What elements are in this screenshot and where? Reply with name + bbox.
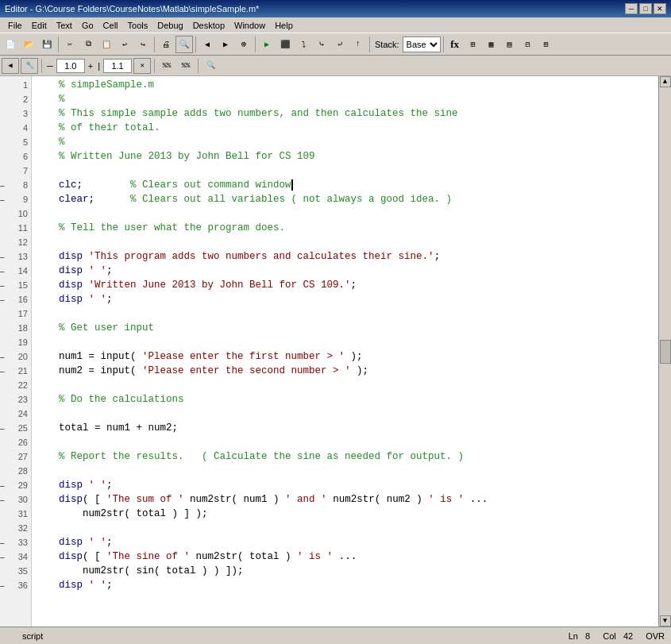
line-number-22: 22 [0,378,31,392]
stop-button[interactable]: ⬛ [276,36,294,53]
toolbar2: ◀ 🔧 ─ 1.0 + | 1.1 ✕ %% %% 🔍 [0,56,671,76]
new-button[interactable]: 📄 [2,36,19,53]
code-area[interactable]: % simpleSample.m % % This simple sample … [32,76,658,627]
col-button[interactable]: ▦ [483,36,500,53]
line-number-18: 18 [0,321,31,335]
paste-button[interactable]: 📋 [98,36,115,53]
undo-button[interactable]: ↩ [116,36,133,53]
breakpoint-dash[interactable]: – [0,353,5,361]
step2-button[interactable]: ⤷ [313,36,330,53]
stack-label: Stack: [372,40,402,49]
open-button[interactable]: 📂 [20,36,37,53]
breakpoint-dash[interactable]: – [0,481,5,490]
stack-select[interactable]: Base [403,37,441,52]
menu-item-edit[interactable]: Edit [27,20,52,31]
code-line-11: % Tell the user what the program does. [35,221,658,235]
run-button[interactable]: ▶ [258,36,276,53]
line-number-29: –29 [0,478,31,492]
cell-prev-button[interactable]: ◀ [2,58,19,74]
cell-next-button[interactable]: 🔧 [21,58,38,74]
line-number-26: 26 [0,435,31,449]
menu-item-desktop[interactable]: Desktop [188,20,229,31]
step3-button[interactable]: ⤶ [331,36,349,53]
maximize2-button[interactable]: ⊞ [538,36,555,53]
code-line-31: num2str( total ) ] ); [35,507,658,521]
copy-button[interactable]: ⧉ [79,36,97,53]
breakpoint-dash[interactable]: – [0,424,5,433]
minimize2-button[interactable]: ⊟ [519,36,537,53]
code-line-24 [35,407,658,421]
zoom-plus: + [87,61,94,71]
grid-button[interactable]: ⊞ [465,36,482,53]
breakpoint-dash[interactable]: – [0,367,5,376]
line-number-24: 24 [0,407,31,421]
format-btn1[interactable]: %% [158,58,175,74]
line-number-36: –36 [0,578,31,592]
code-line-30: disp( [ 'The sum of ' num2str( num1 ) ' … [35,492,658,507]
menu-item-text[interactable]: Text [52,20,77,31]
menu-bar: FileEditTextGoCellToolsDebugDesktopWindo… [0,17,671,33]
code-line-21: num2 = input( 'Please enter the second n… [35,364,658,378]
line-number-4: 4 [0,121,31,135]
zoom-input2[interactable]: 1.1 [103,59,132,73]
run-back-button[interactable]: ◀ [199,36,216,53]
redo-button[interactable]: ↪ [134,36,152,53]
menu-item-go[interactable]: Go [77,20,98,31]
ovr-display: OVR [646,631,665,641]
step4-button[interactable]: ↑ [349,36,367,53]
breakpoint-dash[interactable]: – [0,496,5,504]
zoom-close[interactable]: ✕ [133,58,151,74]
status-bar: script Ln 8 Col 42 OVR [0,627,671,644]
zoom-input1[interactable]: 1.0 [56,59,85,73]
maximize-button[interactable]: □ [639,3,652,14]
code-line-18: % Get user input [35,321,658,335]
line-number-13: –13 [0,249,31,264]
breakpoint-dash[interactable]: – [0,267,5,276]
save-button[interactable]: 💾 [38,36,56,53]
code-line-3: % This simple sample adds two numbers, a… [35,106,658,121]
menu-item-tools[interactable]: Tools [123,20,153,31]
title-text: Editor - G:\Course Folders\CourseNotes\M… [5,4,259,13]
print-button[interactable]: 🖨 [157,36,175,53]
menu-item-cell[interactable]: Cell [98,20,123,31]
help-search-btn[interactable]: 🔍 [202,58,219,74]
breakpoint-dash[interactable]: – [0,581,5,590]
row-button[interactable]: ▤ [501,36,519,53]
line-number-28: 28 [0,464,31,478]
sep9 [198,59,199,73]
run-fwd-button[interactable]: ▶ [217,36,234,53]
cursor-info: Ln 8 Col 42 OVR [569,631,665,641]
menu-item-window[interactable]: Window [229,20,270,31]
scrollbar-vertical[interactable]: ▲ ▼ [658,76,671,627]
breakpoint-dash[interactable]: – [0,553,5,561]
breakpoint-dash[interactable]: – [0,195,5,204]
menu-item-help[interactable]: Help [270,20,298,31]
breakpoint-dash[interactable]: – [0,295,5,304]
editor-container: 1234567–8–9101112–13–14–15–16171819–20–2… [0,76,671,627]
line-number-32: 32 [0,521,31,535]
line-number-19: 19 [0,335,31,349]
code-line-25: total = num1 + num2; [35,421,658,435]
line-number-3: 3 [0,106,31,121]
code-line-17 [35,307,658,321]
sep5 [369,37,370,52]
format-btn2[interactable]: %% [177,58,195,74]
minimize-button[interactable]: ─ [625,3,638,14]
code-line-13: disp 'This program adds two numbers and … [35,249,658,264]
zoom-label2: | [96,61,102,71]
menu-item-file[interactable]: File [3,20,27,31]
line-number-35: 35 [0,564,31,578]
breakpoint-dash[interactable]: – [0,538,5,547]
menu-item-debug[interactable]: Debug [152,20,187,31]
code-line-33: disp ' '; [35,535,658,550]
breakpoint-dash[interactable]: – [0,281,5,290]
close-button[interactable]: ✕ [654,3,666,14]
breakpoint-dash[interactable]: – [0,253,5,261]
breakpoint-dash[interactable]: – [0,181,5,190]
cut-button[interactable]: ✂ [61,36,79,53]
breakpoint-button[interactable]: ⊕ [235,36,253,53]
step-button[interactable]: ⤵ [295,36,312,53]
text-cursor [291,179,299,191]
search-button[interactable]: 🔍 [175,36,193,53]
fx-button[interactable]: fx [446,36,464,53]
